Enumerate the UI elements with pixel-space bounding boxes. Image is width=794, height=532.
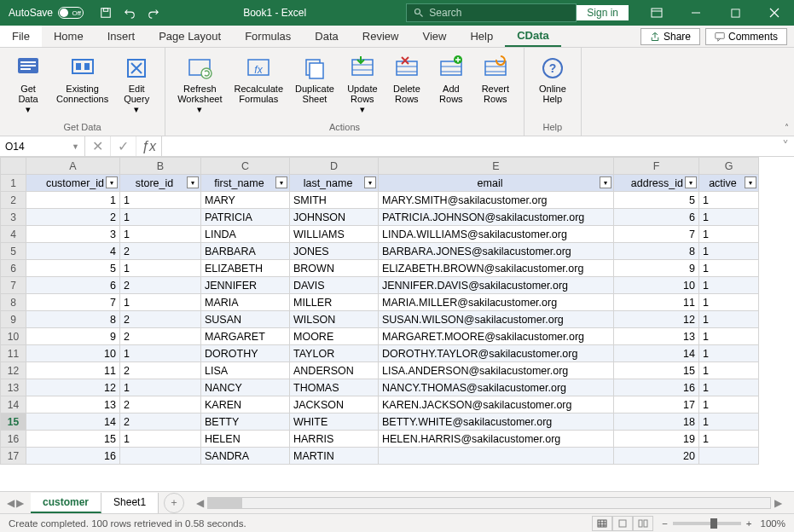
cell[interactable]: ANDERSON	[290, 362, 379, 379]
filter-icon[interactable]: ▾	[685, 176, 697, 188]
cell[interactable]: BARBARA	[201, 243, 290, 260]
expand-formula-icon[interactable]: ˅	[777, 136, 794, 156]
recalculate-formulas-button[interactable]: fxRecalculateFormulas	[229, 51, 288, 120]
cell[interactable]: 1	[699, 192, 759, 209]
cell[interactable]: MOORE	[290, 328, 379, 345]
cell[interactable]: 11	[26, 362, 120, 379]
cell[interactable]: MARTIN	[290, 448, 379, 465]
cell[interactable]: NANCY	[201, 379, 290, 396]
cell[interactable]: 1	[120, 345, 201, 362]
formula-input[interactable]	[162, 136, 777, 156]
cell[interactable]: 1	[699, 311, 759, 328]
cell[interactable]: 15	[614, 362, 699, 379]
cell[interactable]: 8	[614, 243, 699, 260]
name-box[interactable]: O14 ▼	[0, 136, 85, 156]
scroll-right-icon[interactable]: ▶	[771, 497, 785, 509]
cell[interactable]: 9	[26, 328, 120, 345]
tab-file[interactable]: File	[0, 26, 42, 47]
cell[interactable]: JACKSON	[290, 396, 379, 413]
cell[interactable]: HELEN	[201, 431, 290, 448]
tab-insert[interactable]: Insert	[96, 26, 148, 47]
redo-icon[interactable]	[147, 6, 160, 20]
view-layout-icon[interactable]	[612, 516, 633, 531]
cell[interactable]: BROWN	[290, 260, 379, 277]
cell[interactable]: 7	[26, 294, 120, 311]
tab-formulas[interactable]: Formulas	[233, 26, 303, 47]
cell[interactable]: DOROTHY	[201, 345, 290, 362]
tab-view[interactable]: View	[410, 26, 458, 47]
table-header-cell[interactable]: address_id▾	[614, 175, 699, 192]
cell[interactable]: JENNIFER.DAVIS@sakilacustomer.org	[379, 277, 614, 294]
cell[interactable]: 2	[120, 362, 201, 379]
row-header[interactable]: 8	[1, 294, 26, 311]
cell[interactable]: BETTY	[201, 413, 290, 431]
tab-help[interactable]: Help	[458, 26, 505, 47]
row-header[interactable]: 3	[1, 209, 26, 226]
cell[interactable]: 1	[120, 379, 201, 396]
cell[interactable]	[699, 448, 759, 465]
row-header[interactable]: 15	[1, 413, 26, 431]
cell[interactable]: JENNIFER	[201, 277, 290, 294]
save-icon[interactable]	[99, 6, 113, 20]
edit-query-button[interactable]: EditQuery▾	[115, 51, 158, 120]
autosave-toggle[interactable]: AutoSave Off	[9, 7, 84, 19]
zoom-slider[interactable]: − +	[662, 518, 751, 529]
row-header[interactable]: 10	[1, 328, 26, 345]
cancel-formula-icon[interactable]: ✕	[85, 136, 111, 156]
cell[interactable]: 2	[120, 328, 201, 345]
scroll-left-icon[interactable]: ◀	[193, 497, 207, 509]
cell[interactable]: 1	[699, 328, 759, 345]
share-button[interactable]: Share	[640, 28, 700, 45]
row-header[interactable]: 2	[1, 192, 26, 209]
cell[interactable]: 2	[120, 396, 201, 413]
cell[interactable]: MARGARET	[201, 328, 290, 345]
tab-home[interactable]: Home	[42, 26, 96, 47]
cell[interactable]: 1	[699, 243, 759, 260]
cell[interactable]: KAREN.JACKSON@sakilacustomer.org	[379, 396, 614, 413]
cell[interactable]: THOMAS	[290, 379, 379, 396]
cell[interactable]: BETTY.WHITE@sakilacustomer.org	[379, 413, 614, 431]
cell[interactable]: 10	[26, 345, 120, 362]
row-header[interactable]: 14	[1, 396, 26, 413]
sheet-nav-prev-icon[interactable]: ◀	[7, 497, 14, 509]
cell[interactable]: 1	[120, 431, 201, 448]
cell[interactable]: 8	[26, 311, 120, 328]
cell[interactable]: MARIA	[201, 294, 290, 311]
ribbon-display-icon[interactable]	[637, 0, 676, 26]
cell[interactable]: MARY	[201, 192, 290, 209]
cell[interactable]: 1	[699, 294, 759, 311]
cell[interactable]: 18	[614, 413, 699, 431]
cell[interactable]: 1	[120, 192, 201, 209]
table-header-cell[interactable]: store_id▾	[120, 175, 201, 192]
cell[interactable]: MARGARET.MOORE@sakilacustomer.org	[379, 328, 614, 345]
row-header[interactable]: 4	[1, 226, 26, 243]
cell[interactable]: 5	[614, 192, 699, 209]
row-header[interactable]: 5	[1, 243, 26, 260]
view-pagebreak-icon[interactable]	[633, 516, 653, 531]
row-header[interactable]: 13	[1, 379, 26, 396]
cell[interactable]: SUSAN	[201, 311, 290, 328]
cell[interactable]: 3	[26, 226, 120, 243]
cell[interactable]: 1	[699, 277, 759, 294]
table-header-cell[interactable]: email▾	[379, 175, 614, 192]
row-header[interactable]: 12	[1, 362, 26, 379]
cell[interactable]: 12	[26, 379, 120, 396]
get-data-button[interactable]: GetData▾	[7, 51, 49, 120]
sheet-nav-next-icon[interactable]: ▶	[16, 497, 24, 509]
cell[interactable]: 2	[120, 413, 201, 431]
row-header[interactable]: 11	[1, 345, 26, 362]
cell[interactable]: 1	[699, 260, 759, 277]
undo-icon[interactable]	[123, 6, 136, 20]
cell[interactable]: SANDRA	[201, 448, 290, 465]
cell[interactable]: 17	[614, 396, 699, 413]
filter-icon[interactable]: ▾	[364, 176, 376, 188]
cell[interactable]: BARBARA.JONES@sakilacustomer.org	[379, 243, 614, 260]
table-header-cell[interactable]: active▾	[699, 175, 759, 192]
online-help-button[interactable]: ?OnlineHelp	[531, 51, 574, 120]
cell[interactable]: 1	[699, 226, 759, 243]
row-header[interactable]: 6	[1, 260, 26, 277]
select-all-corner[interactable]	[1, 158, 26, 175]
cell[interactable]: HARRIS	[290, 431, 379, 448]
close-icon[interactable]	[755, 0, 794, 26]
add-rows-button[interactable]: AddRows	[430, 51, 472, 120]
